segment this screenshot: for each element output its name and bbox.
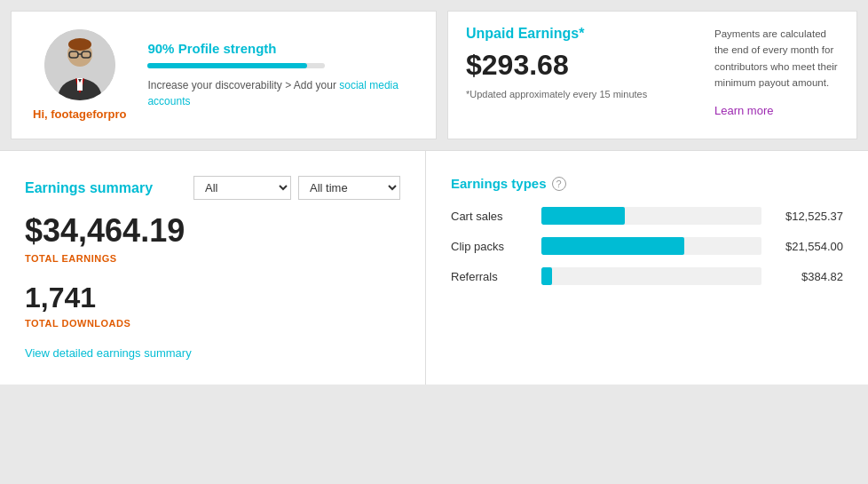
earnings-bar-container	[541, 237, 761, 255]
earnings-right: Earnings types ? Cart sales $12,525.37 C…	[426, 151, 868, 385]
time-filter-select[interactable]: All time Last month Last year	[298, 176, 400, 200]
svg-point-5	[68, 38, 91, 51]
earnings-left: Earnings summary All Cart sales Clip pac…	[0, 151, 426, 385]
earnings-type-amount: $12,525.37	[772, 210, 843, 223]
earnings-type-row: Clip packs $21,554.00	[451, 237, 843, 255]
user-greeting: Hi, footageforpro	[33, 107, 126, 121]
earnings-type-row: Referrals $384.82	[451, 267, 843, 285]
earnings-type-label: Clip packs	[451, 240, 531, 253]
earnings-bar-fill	[541, 207, 625, 225]
progress-bar-fill	[147, 63, 307, 68]
filter-controls: All Cart sales Clip packs Referrals All …	[193, 176, 400, 200]
earnings-summary-title: Earnings summary	[25, 180, 153, 196]
unpaid-earnings-note: *Updated approximately every 15 minutes	[466, 89, 700, 99]
type-filter-select[interactable]: All Cart sales Clip packs Referrals	[193, 176, 291, 200]
earnings-type-amount: $384.82	[772, 270, 843, 283]
earnings-types-title: Earnings types	[451, 176, 547, 191]
total-earnings-label: TOTAL EARNINGS	[25, 253, 400, 264]
learn-more-link[interactable]: Learn more	[714, 102, 839, 121]
unpaid-earnings-card: Unpaid Earnings* $293.68 *Updated approx…	[447, 11, 857, 139]
unpaid-earnings-right: Payments are calculated the end of every…	[714, 26, 839, 124]
earnings-bar-container	[541, 207, 761, 225]
earnings-types-help-icon[interactable]: ?	[552, 177, 566, 191]
earnings-bar-container	[541, 267, 761, 285]
earnings-bar-fill	[541, 267, 552, 285]
earnings-type-amount: $21,554.00	[772, 240, 843, 253]
total-earnings-amount: $34,464.19	[25, 212, 400, 250]
main-section: Earnings summary All Cart sales Clip pac…	[0, 150, 868, 385]
earnings-type-row: Cart sales $12,525.37	[451, 207, 843, 225]
earnings-summary-header: Earnings summary All Cart sales Clip pac…	[25, 176, 400, 200]
earnings-type-rows: Cart sales $12,525.37 Clip packs $21,554…	[451, 207, 843, 285]
strength-label: 90% Profile strength	[147, 41, 414, 56]
unpaid-earnings-left: Unpaid Earnings* $293.68 *Updated approx…	[466, 26, 700, 124]
unpaid-earnings-title: Unpaid Earnings*	[466, 26, 700, 42]
view-detailed-link[interactable]: View detailed earnings summary	[25, 346, 192, 360]
earnings-type-label: Cart sales	[451, 210, 531, 223]
total-downloads-amount: 1,741	[25, 282, 400, 314]
earnings-types-header: Earnings types ?	[451, 176, 843, 191]
profile-strength-section: 90% Profile strength Increase your disco…	[147, 41, 414, 109]
progress-bar-bg	[147, 63, 325, 68]
discoverability-text: Increase your discoverability > Add your…	[147, 77, 414, 109]
profile-card: Hi, footageforpro 90% Profile strength I…	[11, 11, 437, 139]
total-downloads-label: TOTAL DOWNLOADS	[25, 318, 400, 329]
earnings-type-label: Referrals	[451, 270, 531, 283]
avatar-section: Hi, footageforpro	[33, 29, 126, 121]
unpaid-earnings-amount: $293.68	[466, 49, 700, 82]
earnings-bar-fill	[541, 237, 684, 255]
payments-info-text: Payments are calculated the end of every…	[714, 28, 838, 88]
avatar	[44, 29, 115, 100]
